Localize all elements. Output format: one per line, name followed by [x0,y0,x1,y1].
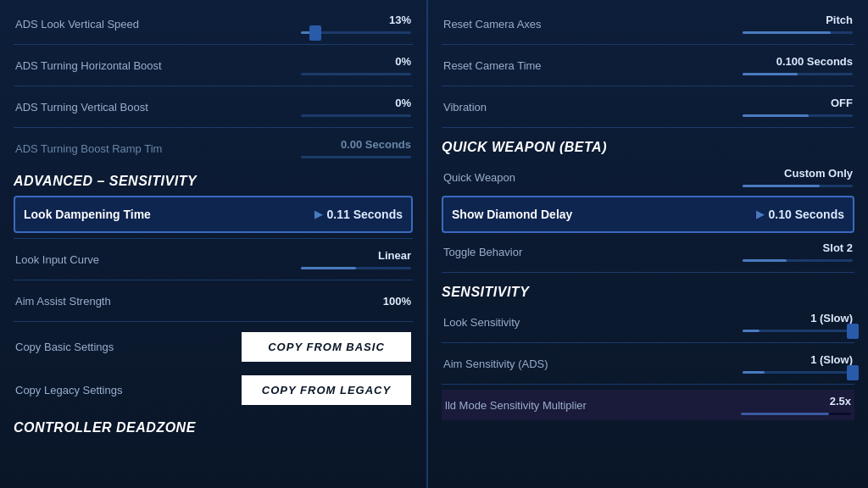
quick-weapon-label: Quick Weapon [443,171,743,184]
look-input-curve-control[interactable]: Linear [301,249,411,269]
ads-look-vertical-slider[interactable]: 13% [275,14,411,34]
arrow-right-icon: ▶ [756,208,764,220]
slider-track [301,31,411,34]
ads-turning-horizontal-row: ADS Turning Horizontal Boost 0% [14,50,413,80]
ads-look-vertical-row: ADS Look Vertical Speed 13% [14,8,413,39]
ads-look-vertical-label: ADS Look Vertical Speed [15,18,275,30]
divider [14,44,413,45]
divider [442,44,854,45]
slider-fill [743,73,798,75]
ads-turning-vertical-value: 0% [309,97,411,109]
divider [442,384,854,385]
slider-fill [743,330,760,332]
slider-track [743,371,853,374]
aim-sensitivity-ads-control[interactable]: 1 (Slow) [743,353,853,374]
ads-turning-horizontal-slider[interactable]: 0% [301,55,411,75]
slider-fill [743,185,820,187]
ads-turning-horizontal-value: 0% [309,55,411,68]
aim-sensitivity-ads-value: 1 (Slow) [751,353,853,366]
slider-thumb [847,365,859,380]
reset-camera-time-label: Reset Camera Time [443,59,743,72]
lld-mode-sensitivity-row: lld Mode Sensitivity Multiplier 2.5x [442,390,854,420]
vibration-value: OFF [751,97,853,109]
aim-assist-value: 100% [309,295,411,308]
ads-look-vertical-value: 13% [309,14,411,26]
reset-camera-axes-control[interactable]: Pitch [743,14,853,34]
slider-track [743,73,853,75]
divider [14,280,413,280]
slider-fill [743,114,809,117]
copy-basic-row: Copy Basic Settings COPY FROM BASIC [14,327,413,367]
look-dampening-value: 0.11 Seconds [327,208,403,221]
slider-thumb [309,25,321,41]
divider [14,86,413,86]
vibration-row: Vibration OFF [442,92,854,122]
copy-from-basic-button[interactable]: COPY FROM BASIC [242,332,411,362]
vibration-label: Vibration [443,101,743,114]
show-diamond-delay-row[interactable]: Show Diamond Delay ▶ 0.10 Seconds [442,196,854,233]
copy-legacy-label: Copy Legacy Settings [15,384,242,396]
look-sensitivity-row: Look Sensitivity 1 (Slow) [442,307,854,337]
reset-camera-time-control[interactable]: 0.100 Seconds [743,55,853,75]
quick-weapon-control[interactable]: Custom Only [743,167,853,187]
vibration-control[interactable]: OFF [743,97,853,117]
copy-basic-label: Copy Basic Settings [15,341,242,353]
look-input-curve-label: Look Input Curve [15,253,301,266]
ads-turning-horizontal-label: ADS Turning Horizontal Boost [15,59,301,72]
look-dampening-label: Look Dampening Time [24,208,151,221]
slider-track [301,267,411,269]
show-diamond-delay-label: Show Diamond Delay [452,208,572,221]
aim-assist-row: Aim Assist Strength 100% [14,286,413,316]
slider-track [743,185,853,187]
slider-track [743,330,853,332]
right-panel: Reset Camera Axes Pitch Reset Camera Tim… [428,0,868,488]
quick-weapon-value: Custom Only [751,167,853,180]
slider-thumb [847,324,859,339]
reset-camera-time-value: 0.100 Seconds [751,55,853,68]
look-input-curve-value: Linear [309,249,411,262]
toggle-behavior-control[interactable]: Slot 2 [743,241,853,262]
ads-turning-vertical-slider[interactable]: 0% [301,97,411,117]
divider [442,127,854,128]
ads-boost-ramp-label: ADS Turning Boost Ramp Tim [15,142,301,155]
slider-track [301,156,411,158]
slider-track [743,31,853,34]
ads-turning-vertical-label: ADS Turning Vertical Boost [15,101,301,114]
slider-track [743,259,853,262]
advanced-sensitivity-heading: ADVANCED – SENSITIVITY [14,174,413,189]
aim-assist-label: Aim Assist Strength [15,295,309,308]
divider [14,127,413,128]
divider [442,86,854,86]
reset-camera-axes-value: Pitch [751,14,853,26]
toggle-behavior-label: Toggle Behavior [443,246,743,258]
slider-fill [743,31,831,34]
lld-mode-sensitivity-control[interactable]: 2.5x [741,395,851,415]
arrow-left-icon: ▶ [314,208,322,220]
slider-fill [301,267,356,269]
look-input-curve-row: Look Input Curve Linear [14,244,413,274]
reset-camera-time-row: Reset Camera Time 0.100 Seconds [442,50,854,80]
controller-deadzone-heading: CONTROLLER DEADZONE [14,420,413,435]
ads-boost-ramp-slider[interactable]: 0.00 Seconds [301,138,411,158]
look-dampening-value-container: ▶ 0.11 Seconds [314,208,403,221]
divider [14,321,413,322]
slider-fill [743,259,787,262]
look-sensitivity-control[interactable]: 1 (Slow) [743,312,853,332]
divider [442,272,854,273]
quick-weapon-heading: QUICK WEAPON (BETA) [442,140,854,155]
aim-sensitivity-ads-label: Aim Sensitivity (ADS) [443,358,743,370]
show-diamond-delay-value-container: ▶ 0.10 Seconds [756,208,845,221]
ads-boost-ramp-row: ADS Turning Boost Ramp Tim 0.00 Seconds [14,133,413,164]
lld-mode-sensitivity-value: 2.5x [749,395,851,408]
look-sensitivity-label: Look Sensitivity [443,316,743,329]
copy-from-legacy-button[interactable]: COPY FROM LEGACY [242,375,411,405]
reset-camera-axes-row: Reset Camera Axes Pitch [442,8,854,39]
slider-track [301,73,411,75]
look-dampening-row[interactable]: Look Dampening Time ▶ 0.11 Seconds [14,196,413,233]
quick-weapon-row: Quick Weapon Custom Only [442,162,854,192]
aim-sensitivity-ads-row: Aim Sensitivity (ADS) 1 (Slow) [442,348,854,379]
slider-track [741,413,851,415]
left-panel: ADS Look Vertical Speed 13% ADS Turning … [0,0,428,488]
toggle-behavior-value: Slot 2 [751,241,853,254]
ads-turning-vertical-row: ADS Turning Vertical Boost 0% [14,92,413,122]
